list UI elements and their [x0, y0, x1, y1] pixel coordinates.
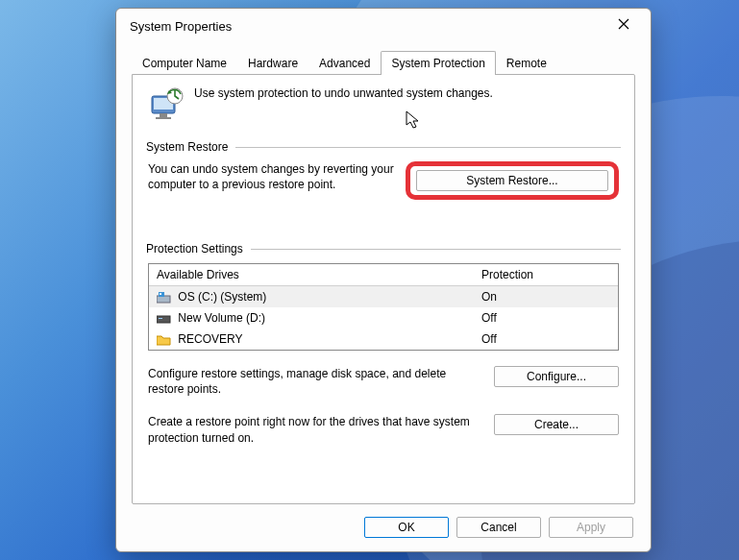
col-header-protection: Protection	[474, 264, 618, 285]
col-header-drive: Available Drives	[149, 264, 474, 285]
create-button[interactable]: Create...	[494, 414, 619, 435]
svg-rect-3	[156, 117, 171, 119]
tab-strip: Computer Name Hardware Advanced System P…	[116, 39, 651, 75]
system-restore-button[interactable]: System Restore...	[416, 170, 608, 191]
close-button[interactable]	[604, 12, 643, 39]
disk-os-icon	[157, 292, 172, 304]
drive-protection: Off	[474, 307, 618, 329]
svg-rect-6	[157, 296, 170, 303]
system-restore-label: System Restore	[146, 140, 228, 154]
drive-row[interactable]: OS (C:) (System) On	[149, 286, 618, 307]
drives-table: Available Drives Protection OS (C:) (Sys…	[148, 263, 619, 351]
drives-header: Available Drives Protection	[149, 264, 618, 286]
create-text: Create a restore point right now for the…	[148, 414, 482, 445]
drive-row[interactable]: RECOVERY Off	[149, 329, 618, 350]
tab-system-protection[interactable]: System Protection	[381, 51, 495, 75]
protection-settings-group: Protection Settings	[146, 242, 621, 256]
drive-name: OS (C:) (System)	[178, 290, 266, 304]
svg-rect-10	[159, 318, 162, 319]
apply-button: Apply	[549, 517, 633, 538]
cancel-button[interactable]: Cancel	[456, 517, 541, 538]
tab-hardware[interactable]: Hardware	[237, 51, 308, 75]
svg-rect-8	[160, 293, 161, 295]
system-properties-dialog: System Properties Computer Name Hardware…	[115, 8, 652, 552]
system-protection-icon	[146, 86, 185, 123]
tab-advanced[interactable]: Advanced	[308, 51, 381, 75]
system-restore-text: You can undo system changes by reverting…	[148, 161, 398, 192]
drive-protection: On	[474, 286, 618, 307]
intro-text: Use system protection to undo unwanted s…	[194, 86, 493, 100]
disk-icon	[157, 313, 172, 325]
tab-remote[interactable]: Remote	[496, 51, 557, 75]
dialog-buttons: OK Cancel Apply	[116, 513, 651, 551]
svg-rect-9	[157, 316, 170, 323]
protection-settings-label: Protection Settings	[146, 242, 243, 256]
configure-button[interactable]: Configure...	[494, 366, 619, 387]
drive-row[interactable]: New Volume (D:) Off	[149, 307, 618, 329]
tab-panel-system-protection: Use system protection to undo unwanted s…	[132, 74, 635, 504]
system-restore-group: System Restore	[146, 140, 621, 154]
drive-name: New Volume (D:)	[178, 311, 265, 325]
tab-computer-name[interactable]: Computer Name	[132, 51, 237, 75]
folder-icon	[157, 334, 172, 346]
drive-name: RECOVERY	[178, 332, 242, 346]
configure-text: Configure restore settings, manage disk …	[148, 366, 482, 397]
window-title: System Properties	[130, 19, 232, 34]
titlebar: System Properties	[116, 9, 651, 39]
highlight-annotation: System Restore...	[406, 161, 619, 200]
svg-rect-2	[160, 113, 167, 117]
ok-button[interactable]: OK	[364, 517, 449, 538]
drive-protection: Off	[474, 329, 618, 350]
